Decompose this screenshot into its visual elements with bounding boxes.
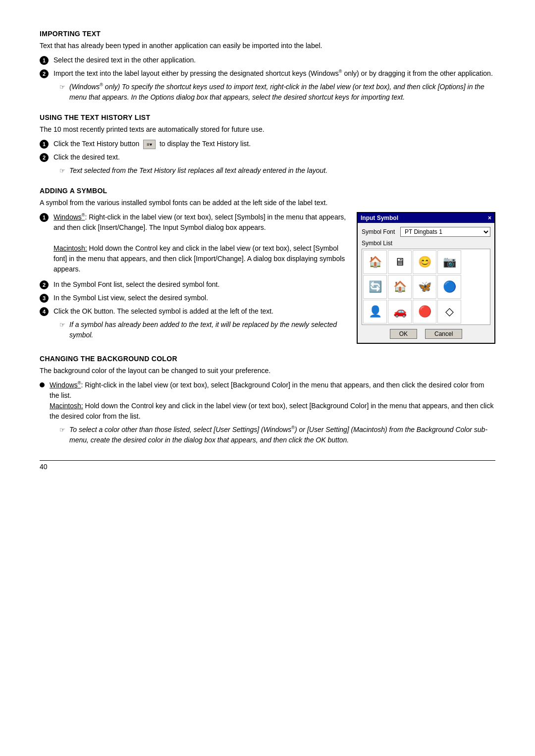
list-item: 2 Click the desired text. — [40, 152, 495, 162]
symbol-cell[interactable]: 📷 — [437, 250, 461, 274]
adding-symbol-left: 1 Windows®: Right-click in the label vie… — [40, 212, 347, 343]
step-number: 1 — [40, 213, 49, 222]
step-text: Click the desired text. — [54, 152, 495, 162]
step-text: Select the desired text in the other app… — [54, 55, 495, 65]
windows-text: : Right-click in the label view (or text… — [54, 213, 346, 231]
step-number: 1 — [40, 140, 49, 149]
note-text: If a symbol has already been added to th… — [69, 320, 347, 340]
font-label: Symbol Font — [362, 228, 396, 235]
symbol-cell[interactable]: 🖥 — [388, 250, 412, 274]
list-item: 2 Import the text into the label layout … — [40, 68, 495, 79]
dialog-window: Input Symbol × Symbol Font PT Dingbats 1… — [357, 212, 495, 344]
adding-symbol-note: ☞ If a symbol has already been added to … — [59, 320, 347, 340]
step-number: 3 — [40, 294, 49, 303]
symbol-cell[interactable]: 🦋 — [413, 275, 436, 299]
dialog-font-row: Symbol Font PT Dingbats 1 — [362, 227, 490, 237]
importing-text-title: Importing Text — [40, 30, 495, 38]
step-text: Click the Text History button ≡▾ to disp… — [54, 139, 495, 149]
changing-background-title: Changing the Background Color — [40, 355, 495, 363]
importing-text-section: Importing Text Text that has already bee… — [40, 30, 495, 103]
symbol-cell[interactable]: 🔵 — [437, 275, 461, 299]
bullet-icon — [40, 382, 45, 387]
symbol-cell[interactable]: 👤 — [363, 300, 387, 324]
step-text: Import the text into the label layout ei… — [54, 68, 495, 79]
list-item: 1 Windows®: Right-click in the label vie… — [40, 212, 347, 274]
symbol-cell[interactable]: 🏠 — [388, 275, 412, 299]
input-symbol-dialog: Input Symbol × Symbol Font PT Dingbats 1… — [357, 212, 495, 344]
step-number: 2 — [40, 69, 49, 78]
symbol-cell[interactable]: 🔄 — [363, 275, 387, 299]
bullet-text: Windows®: Right-click in the label view … — [50, 380, 495, 422]
dialog-titlebar: Input Symbol × — [358, 213, 494, 223]
adding-symbol-title: Adding a Symbol — [40, 187, 495, 195]
note-icon: ☞ — [59, 425, 65, 435]
text-history-title: Using the Text History List — [40, 113, 495, 121]
page-footer: 40 — [40, 460, 495, 471]
mac-text: Hold down the Control key and click in t… — [50, 402, 493, 420]
changing-background-intro: The background color of the layout can b… — [40, 366, 495, 376]
step-number: 1 — [40, 56, 49, 65]
step-text: In the Symbol Font list, select the desi… — [54, 279, 347, 290]
step-number: 4 — [40, 307, 49, 316]
list-item: 3 In the Symbol List view, select the de… — [40, 293, 347, 303]
note-text: To select a color other than those liste… — [69, 425, 495, 445]
step-text: Windows®: Right-click in the label view … — [54, 212, 347, 274]
importing-text-intro: Text that has already been typed in anot… — [40, 41, 495, 51]
list-item: 1 Click the Text History button ≡▾ to di… — [40, 139, 495, 149]
symbol-cell[interactable]: 😊 — [413, 250, 436, 274]
note-icon: ☞ — [59, 82, 65, 92]
text-history-section: Using the Text History List The 10 most … — [40, 113, 495, 176]
text-history-button[interactable]: ≡▾ — [143, 140, 156, 149]
list-item: 2 In the Symbol Font list, select the de… — [40, 279, 347, 290]
changing-background-section: Changing the Background Color The backgr… — [40, 355, 495, 445]
cancel-button[interactable]: Cancel — [425, 329, 462, 339]
windows-label: Windows® — [54, 213, 85, 221]
dialog-body: Symbol Font PT Dingbats 1 Symbol List 🏠 … — [358, 223, 494, 343]
text-history-steps: 1 Click the Text History button ≡▾ to di… — [40, 139, 495, 162]
text-history-note: ☞ Text selected from the Text History li… — [59, 165, 495, 176]
text-history-intro: The 10 most recently printed texts are a… — [40, 124, 495, 135]
symbol-cell[interactable]: 🏠 — [363, 250, 387, 274]
note-text: (Windows® only) To specify the shortcut … — [69, 82, 495, 103]
step-text: Click the OK button. The selected symbol… — [54, 306, 347, 317]
dialog-buttons: OK Cancel — [362, 329, 490, 339]
list-item: Windows®: Right-click in the label view … — [40, 380, 495, 422]
windows-text: : Right-click in the label view (or text… — [50, 381, 484, 399]
dialog-title: Input Symbol — [361, 215, 398, 221]
note-icon: ☞ — [59, 320, 65, 330]
list-item: 4 Click the OK button. The selected symb… — [40, 306, 347, 317]
note-icon: ☞ — [59, 166, 65, 176]
mac-text: Hold down the Control key and click in t… — [54, 244, 345, 273]
page-number: 40 — [40, 463, 48, 471]
step-text: In the Symbol List view, select the desi… — [54, 293, 347, 303]
step-text-before: Click the Text History button — [54, 140, 139, 148]
step-number: 2 — [40, 153, 49, 162]
adding-symbol-section: Adding a Symbol A symbol from the variou… — [40, 187, 495, 344]
list-label: Symbol List — [362, 240, 490, 247]
symbol-cell[interactable]: ◇ — [437, 300, 461, 324]
symbol-cell[interactable]: 🔴 — [413, 300, 436, 324]
mac-label: Macintosh: — [54, 244, 87, 252]
adding-symbol-steps: 1 Windows®: Right-click in the label vie… — [40, 212, 347, 317]
mac-label: Macintosh: — [50, 402, 83, 410]
dialog-close-button[interactable]: × — [488, 215, 491, 221]
ok-button[interactable]: OK — [390, 329, 417, 339]
font-select[interactable]: PT Dingbats 1 — [400, 227, 490, 237]
step-text-after: to display the Text History list. — [160, 140, 251, 148]
symbol-grid: 🏠 🖥 😊 📷 🔄 🏠 🦋 🔵 👤 🚗 🔴 ◇ — [362, 249, 490, 325]
importing-text-note: ☞ (Windows® only) To specify the shortcu… — [59, 82, 495, 103]
note-text: Text selected from the Text History list… — [69, 165, 327, 176]
importing-text-steps: 1 Select the desired text in the other a… — [40, 55, 495, 79]
background-note: ☞ To select a color other than those lis… — [59, 425, 495, 445]
step-number: 2 — [40, 280, 49, 289]
adding-symbol-intro: A symbol from the various installed symb… — [40, 198, 495, 208]
list-item: 1 Select the desired text in the other a… — [40, 55, 495, 65]
symbol-cell[interactable]: 🚗 — [388, 300, 412, 324]
changing-background-bullets: Windows®: Right-click in the label view … — [40, 380, 495, 422]
windows-label: Windows® — [50, 381, 81, 389]
adding-symbol-content: 1 Windows®: Right-click in the label vie… — [40, 212, 495, 344]
